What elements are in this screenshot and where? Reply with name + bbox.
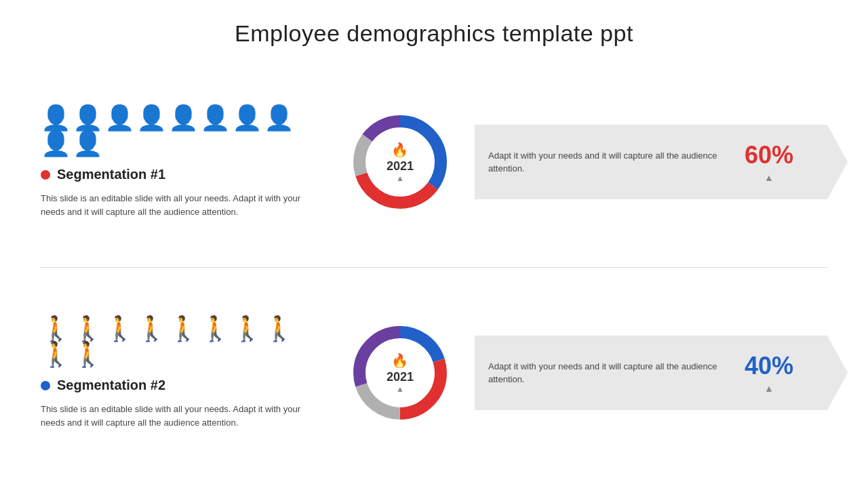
donut-1: 🔥 2021 ▲ [346,108,454,216]
percent-arrow-2: ▲ [764,383,774,394]
seg-desc-1: This slide is an editable slide with all… [41,192,326,218]
row-1: 👤 👤 👤 👤 👤 👤 👤 👤 👤 👤 Segmentation #1 This… [41,67,827,257]
arrow-shape-2: Adapt it with your needs and it will cap… [475,336,827,410]
person-f-gray-4: 🚶 [41,342,71,367]
donut-center-2: 🔥 2021 ▲ [387,352,414,394]
person-colored-2: 👤 [73,106,103,130]
arrow-percent-1: 60% ▲ [745,141,793,183]
person-colored-1: 👤 [41,106,71,130]
arrow-percent-2: 40% ▲ [745,352,793,394]
arrow-text-2: Adapt it with your needs and it will cap… [488,360,734,386]
person-gray-1: 👤 [136,106,167,130]
people-icons-2: 🚶 🚶 🚶 🚶 🚶 🚶 🚶 🚶 🚶 🚶 [41,317,326,367]
person-gray-3: 👤 [200,106,231,130]
slide: Employee demographics template ppt 👤 👤 👤… [0,0,868,488]
person-gray-2: 👤 [168,106,199,130]
person-f-gray-5: 🚶 [73,342,103,367]
percent-arrow-1: ▲ [764,172,774,183]
donut-2: 🔥 2021 ▲ [346,319,454,427]
person-gray-7: 👤 [73,131,103,156]
people-icons-1: 👤 👤 👤 👤 👤 👤 👤 👤 👤 👤 [41,106,326,156]
percent-value-1: 60% [745,141,793,169]
donut-arrow-2: ▲ [396,384,404,394]
arrow-label-section-2: Adapt it with your needs and it will cap… [475,336,827,410]
people-section-1: 👤 👤 👤 👤 👤 👤 👤 👤 👤 👤 Segmentation #1 This… [41,106,326,218]
segmentation-label-2: Segmentation #2 [41,378,326,393]
percent-value-2: 40% [745,352,793,380]
person-f-gray-2: 🚶 [232,317,262,341]
seg-dot-1 [41,170,50,180]
seg-title-2: Segmentation #2 [57,378,165,393]
fire-icon-2: 🔥 [391,352,408,369]
person-f-colored-1: 🚶 [41,317,71,341]
person-colored-3: 👤 [104,106,135,130]
chart-section-2: 🔥 2021 ▲ [339,319,461,427]
person-f-gray-1: 🚶 [200,317,231,341]
person-f-colored-3: 🚶 [104,317,135,341]
donut-center-1: 🔥 2021 ▲ [387,142,414,183]
person-gray-4: 👤 [232,106,262,130]
seg-desc-2: This slide is an editable slide with all… [41,403,326,429]
donut-arrow-1: ▲ [396,174,404,183]
donut-year-1: 2021 [387,159,414,174]
person-gray-6: 👤 [41,131,71,156]
arrow-label-section-1: Adapt it with your needs and it will cap… [475,125,827,199]
content-area: 👤 👤 👤 👤 👤 👤 👤 👤 👤 👤 Segmentation #1 This… [41,67,827,468]
person-f-colored-5: 🚶 [168,317,199,341]
person-gray-5: 👤 [264,106,294,130]
person-f-colored-2: 🚶 [73,317,103,341]
arrow-shape-1: Adapt it with your needs and it will cap… [475,125,827,199]
arrow-text-1: Adapt it with your needs and it will cap… [488,149,734,176]
person-f-colored-4: 🚶 [136,317,167,341]
slide-title: Employee demographics template ppt [41,20,827,47]
fire-icon-1: 🔥 [391,142,408,158]
seg-dot-2 [41,381,50,390]
segmentation-label-1: Segmentation #1 [41,167,326,182]
row-2: 🚶 🚶 🚶 🚶 🚶 🚶 🚶 🚶 🚶 🚶 Segmentation #2 This… [41,278,827,468]
row-divider [41,267,827,268]
donut-year-2: 2021 [387,370,414,384]
person-f-gray-3: 🚶 [264,317,294,341]
people-section-2: 🚶 🚶 🚶 🚶 🚶 🚶 🚶 🚶 🚶 🚶 Segmentation #2 This… [41,317,326,429]
seg-title-1: Segmentation #1 [57,167,165,182]
chart-section-1: 🔥 2021 ▲ [339,108,461,216]
